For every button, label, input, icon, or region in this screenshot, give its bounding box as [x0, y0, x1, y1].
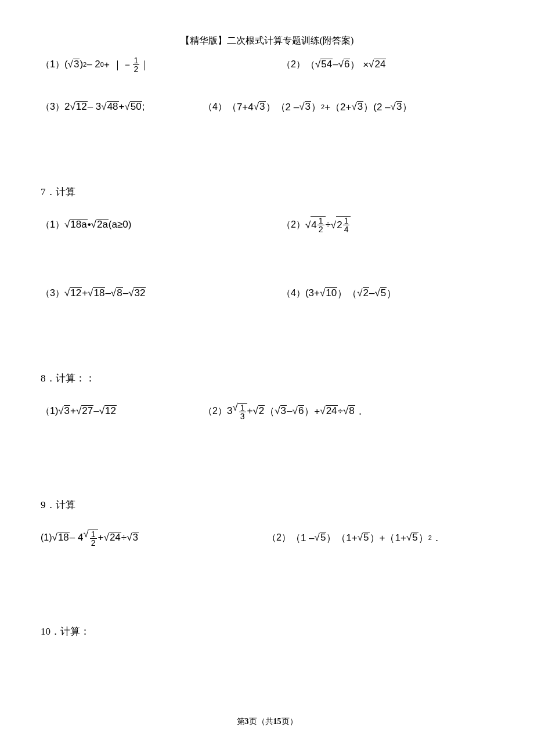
text: 4: [311, 220, 316, 230]
sqrt-body: 48: [107, 101, 119, 111]
sqrt-body: 5: [380, 287, 387, 298]
sqrt-body: 3: [64, 405, 70, 416]
footer-text: 页（共: [249, 717, 273, 726]
fraction-denominator: 3: [239, 412, 246, 420]
text: (a≥0): [109, 219, 132, 231]
text: +: [247, 405, 253, 417]
sqrt-body: 6: [298, 405, 304, 416]
fraction-numerator: 1: [343, 217, 350, 225]
section-heading: 7．计算: [41, 185, 493, 199]
sqrt-body: 54: [320, 59, 333, 69]
fraction-numerator: 1: [90, 530, 97, 539]
text: (3+: [305, 287, 320, 299]
sqrt-body: 24: [374, 59, 386, 69]
text: ;: [142, 101, 145, 113]
text: ）: [418, 531, 428, 545]
sqrt-body: 5: [412, 532, 418, 542]
sqrt-body: 5: [363, 532, 369, 542]
sqrt-body: 12: [104, 405, 117, 416]
problem-label: （3）: [41, 101, 64, 113]
problem-row: （1） 18a • 2a (a≥0) （2） 4 12 ÷ 2 14: [41, 213, 493, 236]
sqrt-body: 2a: [96, 219, 109, 229]
text: （1+: [336, 531, 357, 545]
sqrt-body: 3: [73, 59, 80, 69]
text: +: [70, 405, 76, 417]
sqrt-body: 3: [357, 101, 363, 111]
text: + ｜－: [104, 58, 132, 71]
text: ）: [326, 531, 336, 545]
sqrt-body: 8: [116, 287, 122, 298]
footer-page-total: 15: [273, 717, 282, 726]
problem-label: （2）: [267, 532, 291, 544]
sqrt-body: 5: [320, 532, 326, 542]
text: –: [369, 287, 374, 299]
section-heading: 9．计算: [41, 498, 493, 512]
section-heading: 10．计算：: [41, 625, 493, 638]
sqrt-body: 24: [109, 532, 121, 542]
problem-row: （3） 2 12 – 3 48 + 50 ; （4） （7+4 3 ） （2 –…: [41, 95, 493, 118]
text: （7+4: [227, 100, 254, 114]
text: ．: [432, 531, 442, 545]
text: ） ×: [350, 58, 369, 71]
text: ）+（1+: [370, 531, 406, 545]
problem-label: （1）: [41, 59, 64, 71]
text: ÷: [121, 532, 127, 543]
fraction-denominator: 2: [317, 225, 324, 233]
text: ÷: [326, 219, 331, 231]
problem-label: （2）: [282, 219, 305, 231]
text: 2: [64, 101, 70, 113]
text: ）: [266, 100, 276, 114]
text: （: [305, 58, 315, 71]
sqrt-body: 3: [132, 532, 139, 542]
problem-row: （1） ( 3 ) 2 – 2 0 + ｜－ 12 ｜ （2） （ 54 – 6…: [41, 53, 493, 76]
fraction-numerator: 1: [239, 404, 246, 412]
sqrt-body: 2: [363, 287, 369, 298]
text: ）: [311, 100, 321, 114]
fraction-denominator: 4: [343, 225, 350, 233]
text: ｜: [140, 58, 150, 71]
problem-label: （2）: [282, 59, 305, 71]
problem-row: （3） 12 + 18 – 8 – 32 （4） (3+ 10 ） （ 2 – …: [41, 282, 493, 305]
footer-text: 第: [237, 717, 245, 726]
sqrt-body: 32: [134, 287, 146, 298]
text: +: [98, 532, 104, 543]
sqrt-body: 18: [93, 287, 105, 298]
sqrt-body: 18: [57, 532, 70, 542]
fraction-numerator: 1: [317, 217, 324, 225]
sqrt-body: 24: [326, 405, 338, 416]
text: +: [82, 287, 88, 299]
problem-row: (1) 18 – 4 12 + 24 ÷ 3 （2） （1 – 5 ） （1+ …: [41, 526, 493, 549]
fraction-denominator: 2: [133, 65, 140, 73]
sqrt-body: 27: [81, 405, 93, 416]
text: –: [287, 405, 292, 417]
sqrt-body: 3: [396, 101, 402, 111]
footer-text: 页）: [282, 717, 298, 726]
text: ）: [337, 287, 347, 300]
sqrt-body: 3: [259, 101, 265, 111]
text: –: [123, 287, 128, 299]
sqrt-body: 3: [305, 101, 311, 111]
fraction-denominator: 2: [90, 539, 97, 547]
sqrt-body: 2: [258, 405, 265, 416]
text: +（2+: [324, 100, 351, 114]
text: 2: [337, 220, 342, 230]
sqrt-body: 12: [75, 101, 88, 111]
page-header: 【精华版】二次根式计算专题训练(附答案): [41, 35, 493, 47]
text: ）: [387, 287, 396, 300]
text: ）+: [304, 405, 320, 418]
text: ）(2 –: [363, 100, 390, 114]
problem-label: （1）: [41, 219, 64, 231]
text: ．: [355, 405, 365, 418]
problem-label: (1): [41, 532, 52, 543]
text: （2 –: [276, 100, 300, 114]
section-heading: 8．计算：：: [41, 372, 493, 385]
fraction-numerator: 1: [133, 56, 140, 65]
sqrt-body: 50: [130, 101, 142, 111]
text: – 4: [70, 532, 84, 543]
problem-row: （1) 3 + 27 – 12 （2） 3 13 + 2 （ 3 – 6 ）+ …: [41, 399, 493, 423]
text: – 2: [86, 59, 100, 70]
text: 3: [227, 405, 232, 417]
page-footer: 第3页（共15页）: [0, 717, 534, 727]
sqrt-body: 10: [325, 287, 337, 298]
text: （1 –: [291, 531, 315, 545]
